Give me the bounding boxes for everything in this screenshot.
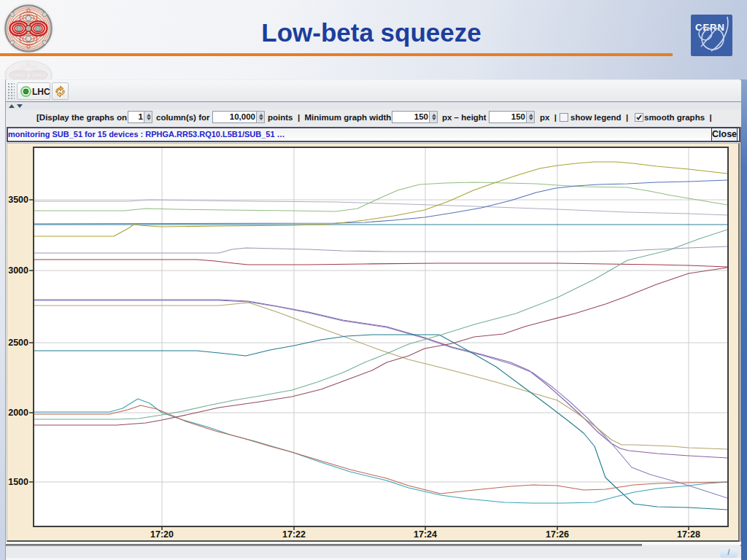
svg-text:1500: 1500 <box>8 477 28 487</box>
svg-text:17:28: 17:28 <box>677 529 700 540</box>
svg-text:17:26: 17:26 <box>546 529 569 540</box>
svg-text:17:22: 17:22 <box>282 529 306 540</box>
svg-text:2500: 2500 <box>8 338 28 348</box>
svg-text:3500: 3500 <box>8 195 28 205</box>
svg-text:17:24: 17:24 <box>414 529 437 540</box>
svg-text:3000: 3000 <box>8 265 28 276</box>
svg-text:17:20: 17:20 <box>150 529 174 540</box>
svg-text:2000: 2000 <box>8 408 28 418</box>
